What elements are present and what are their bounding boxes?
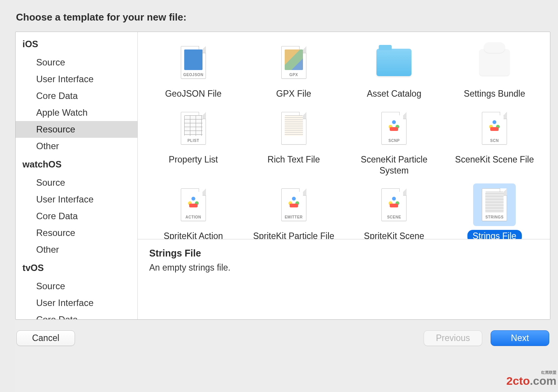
template-label: SpriteKit Scene	[359, 230, 430, 239]
sidebar-item[interactable]: User Interface	[16, 71, 137, 88]
template-icon: STRINGS	[473, 183, 516, 226]
template-icon: PLIST	[172, 107, 215, 150]
sidebar-header: watchOS	[16, 155, 137, 174]
template-icon: SCN	[473, 107, 516, 150]
file-icon: GEOJSON	[181, 46, 206, 79]
details-title: Strings File	[149, 248, 539, 259]
new-file-template-dialog: Choose a template for your new file: iOS…	[15, 0, 550, 392]
template-item[interactable]: GPXGPX File	[244, 41, 344, 100]
sidebar-item[interactable]: Source	[16, 174, 137, 191]
sidebar-item[interactable]: Core Data	[16, 208, 137, 225]
file-icon: SCN	[482, 112, 507, 145]
file-icon: ACTION	[181, 188, 206, 221]
template-item[interactable]: STRINGSStrings File	[444, 183, 545, 239]
template-icon: EMITTER	[273, 183, 315, 226]
sidebar-item[interactable]: Other	[16, 241, 137, 258]
template-label: Settings Bundle	[459, 88, 531, 100]
sidebar-item[interactable]: Resource	[16, 121, 137, 138]
template-item[interactable]: SCNPSceneKit Particle System	[344, 107, 445, 177]
cancel-button[interactable]: Cancel	[16, 330, 75, 346]
main-panel: iOSSourceUser InterfaceCore DataApple Wa…	[15, 32, 550, 320]
footer: Cancel Previous Next	[15, 320, 550, 346]
sidebar-item[interactable]: Core Data	[16, 311, 137, 319]
sidebar-item[interactable]: Other	[16, 138, 137, 155]
next-button[interactable]: Next	[491, 330, 549, 346]
file-icon: STRINGS	[482, 188, 507, 221]
template-icon	[373, 41, 415, 84]
template-item[interactable]: ACTIONSpriteKit Action	[143, 183, 244, 239]
file-icon: GPX	[281, 46, 306, 79]
template-item[interactable]: Asset Catalog	[344, 41, 445, 100]
sidebar-header: iOS	[16, 34, 137, 54]
sidebar: iOSSourceUser InterfaceCore DataApple Wa…	[16, 32, 138, 319]
sidebar-item[interactable]: User Interface	[16, 295, 137, 311]
bundle-icon	[479, 49, 510, 76]
sidebar-item[interactable]: Resource	[16, 225, 137, 241]
template-icon: GEOJSON	[172, 41, 215, 84]
file-icon: PLIST	[181, 112, 206, 145]
template-icon: SCNP	[373, 107, 415, 150]
sidebar-item[interactable]: Core Data	[16, 88, 137, 104]
template-item[interactable]: PLISTProperty List	[143, 107, 244, 177]
template-item[interactable]: Settings Bundle	[444, 41, 545, 100]
file-icon: EMITTER	[281, 188, 306, 221]
template-label: Asset Catalog	[362, 88, 427, 100]
sidebar-item[interactable]: Source	[16, 278, 137, 295]
sidebar-item[interactable]: Apple Watch	[16, 104, 137, 121]
template-label: Rich Text File	[262, 153, 325, 166]
template-label: Strings File	[467, 230, 522, 239]
template-icon	[473, 41, 516, 84]
template-label: SpriteKit Particle File	[248, 230, 340, 239]
template-label: GPX File	[271, 88, 317, 100]
dialog-title: Choose a template for your new file:	[15, 0, 550, 32]
previous-button[interactable]: Previous	[424, 330, 482, 346]
template-icon: ACTION	[172, 183, 215, 226]
sidebar-item[interactable]: Source	[16, 54, 137, 71]
template-item[interactable]: GEOJSONGeoJSON File	[143, 41, 244, 100]
template-item[interactable]: SCNSceneKit Scene File	[444, 107, 545, 177]
template-icon	[273, 107, 315, 150]
template-item[interactable]: Rich Text File	[244, 107, 344, 177]
details-description: An empty strings file.	[149, 263, 539, 273]
template-item[interactable]: SCENESpriteKit Scene	[344, 183, 445, 239]
folder-icon	[376, 49, 411, 76]
file-icon: SCENE	[381, 188, 407, 221]
sidebar-item[interactable]: User Interface	[16, 191, 137, 208]
template-label: SpriteKit Action	[158, 230, 228, 239]
right-pane: GEOJSONGeoJSON FileGPXGPX FileAsset Cata…	[138, 32, 550, 319]
template-grid: GEOJSONGeoJSON FileGPXGPX FileAsset Cata…	[138, 32, 550, 239]
template-label: GeoJSON File	[160, 88, 227, 100]
template-icon: GPX	[273, 41, 315, 84]
sidebar-header: tvOS	[16, 258, 137, 278]
template-label: Property List	[163, 153, 223, 166]
file-icon: SCNP	[381, 112, 407, 145]
template-label: SceneKit Particle System	[347, 153, 441, 177]
details-pane: Strings File An empty strings file.	[138, 239, 550, 319]
template-item[interactable]: EMITTERSpriteKit Particle File	[244, 183, 344, 239]
template-icon: SCENE	[373, 183, 415, 226]
template-label: SceneKit Scene File	[450, 153, 539, 166]
file-icon	[281, 112, 306, 145]
watermark: 红黑联盟 2cto.com	[506, 371, 556, 387]
